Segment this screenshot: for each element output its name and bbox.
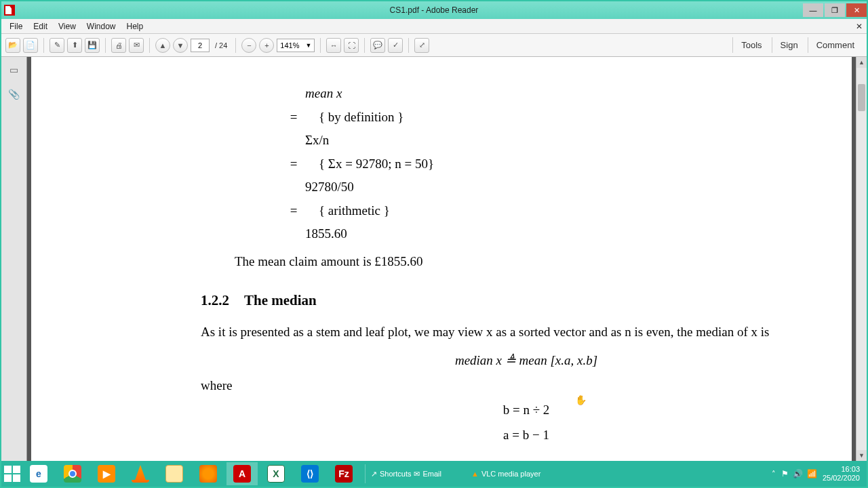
- upload-icon[interactable]: ⬆: [67, 38, 82, 53]
- read-mode-icon[interactable]: ⤢: [414, 38, 429, 53]
- close-document-button[interactable]: ✕: [856, 22, 863, 31]
- thumbnails-icon[interactable]: ▭: [7, 62, 22, 77]
- taskbar-shortcuts[interactable]: ↗Shortcuts: [371, 470, 411, 479]
- zoom-out-icon[interactable]: −: [241, 38, 256, 53]
- adobe-reader-icon: [4, 5, 15, 16]
- menu-window[interactable]: Window: [81, 20, 121, 33]
- taskbar: e ▶ A X ⟨⟩ Fz ↗Shortcuts ✉Email ▲VLC med…: [1, 461, 867, 487]
- page-total: / 24: [215, 41, 227, 49]
- taskbar-explorer[interactable]: [159, 462, 190, 485]
- comment-icon[interactable]: 💬: [370, 38, 385, 53]
- toolbar: 📂 📄 ✎ ⬆ 💾 🖨 ✉ ▲ ▼ / 24 − + 141%▼ ↔ ⛶ 💬 ✓…: [1, 34, 867, 57]
- math-text: 1855.60: [305, 224, 347, 244]
- math-text: { Σx = 92780; n = 50}: [319, 155, 434, 174]
- close-button[interactable]: ✕: [846, 3, 867, 17]
- tab-sign[interactable]: Sign: [772, 37, 806, 53]
- sidebar: ▭ 📎: [1, 57, 27, 461]
- math-text: Σx/n: [305, 131, 329, 150]
- taskbar-ie[interactable]: e: [23, 462, 54, 485]
- attachments-icon[interactable]: 📎: [7, 87, 22, 102]
- chevron-down-icon: ▼: [305, 42, 311, 49]
- taskbar-email[interactable]: ✉Email: [414, 470, 441, 479]
- print-icon[interactable]: 🖨: [111, 38, 126, 53]
- highlight-icon[interactable]: ✓: [388, 38, 403, 53]
- menu-edit[interactable]: Edit: [28, 20, 53, 33]
- save-icon[interactable]: 💾: [85, 38, 100, 53]
- scroll-up-icon[interactable]: ▲: [856, 57, 867, 68]
- taskbar-adobe[interactable]: A: [226, 462, 258, 485]
- fit-page-icon[interactable]: ⛶: [344, 38, 359, 53]
- tab-comment[interactable]: Comment: [808, 37, 863, 53]
- math-text: { by definition }: [319, 108, 403, 127]
- taskbar-firefox[interactable]: [193, 462, 224, 485]
- page-viewport[interactable]: mean x ={ by definition } Σx/n ={ Σx = 9…: [27, 57, 867, 461]
- math-text: a = b − 1: [241, 426, 811, 445]
- start-button[interactable]: [4, 466, 20, 482]
- pdf-icon[interactable]: 📄: [23, 38, 38, 53]
- section-heading: 1.2.2The median: [201, 290, 811, 312]
- tray-chevron-up-icon[interactable]: ˄: [772, 470, 776, 479]
- zoom-select[interactable]: 141%▼: [277, 39, 315, 52]
- titlebar[interactable]: CS1.pdf - Adobe Reader — ❐ ✕: [1, 1, 867, 19]
- taskbar-wmp[interactable]: ▶: [91, 462, 122, 485]
- page-number-input[interactable]: [191, 39, 210, 52]
- tray-icons[interactable]: ⚑🔊📶: [781, 469, 817, 479]
- taskbar-chrome[interactable]: [57, 462, 88, 485]
- menu-help[interactable]: Help: [121, 20, 149, 33]
- open-icon[interactable]: 📂: [5, 38, 20, 53]
- menubar: File Edit View Window Help ✕: [1, 19, 867, 34]
- minimize-button[interactable]: —: [803, 3, 823, 17]
- math-text: median x ≜ mean [x.a, x.b]: [241, 351, 811, 371]
- taskbar-clock[interactable]: 16:03 25/02/2020: [823, 465, 860, 483]
- taskbar-filezilla[interactable]: Fz: [328, 462, 359, 485]
- page-up-icon[interactable]: ▲: [155, 38, 170, 53]
- math-text: b = n ÷ 2: [241, 401, 811, 420]
- maximize-button[interactable]: ❐: [825, 3, 845, 17]
- result-text: The mean claim amount is £1855.60: [235, 252, 811, 272]
- page-down-icon[interactable]: ▼: [173, 38, 188, 53]
- paragraph: where: [201, 376, 811, 396]
- paragraph: As it is presented as a stem and leaf pl…: [201, 323, 811, 342]
- pdf-page: mean x ={ by definition } Σx/n ={ Σx = 9…: [31, 57, 852, 461]
- fit-width-icon[interactable]: ↔: [326, 38, 341, 53]
- taskbar-vlc-label[interactable]: ▲VLC media player: [471, 470, 540, 478]
- tab-tools[interactable]: Tools: [732, 37, 770, 53]
- email-icon[interactable]: ✉: [129, 38, 144, 53]
- sign-icon[interactable]: ✎: [50, 38, 64, 53]
- math-text: 92780/50: [305, 178, 354, 197]
- menu-file[interactable]: File: [4, 20, 28, 33]
- zoom-in-icon[interactable]: +: [259, 38, 274, 53]
- taskbar-excel[interactable]: X: [260, 462, 292, 485]
- taskbar-vscode[interactable]: ⟨⟩: [294, 462, 326, 485]
- menu-view[interactable]: View: [53, 20, 81, 33]
- math-text: { arithmetic }: [319, 201, 390, 221]
- scroll-down-icon[interactable]: ▼: [856, 450, 867, 461]
- taskbar-vlc[interactable]: [125, 462, 156, 485]
- math-text: mean x: [305, 84, 342, 104]
- hand-cursor-icon: ✋: [575, 394, 587, 405]
- window-title: CS1.pdf - Adobe Reader: [390, 5, 479, 15]
- vertical-scrollbar[interactable]: ▲ ▼: [856, 57, 867, 461]
- scroll-thumb[interactable]: [858, 84, 865, 111]
